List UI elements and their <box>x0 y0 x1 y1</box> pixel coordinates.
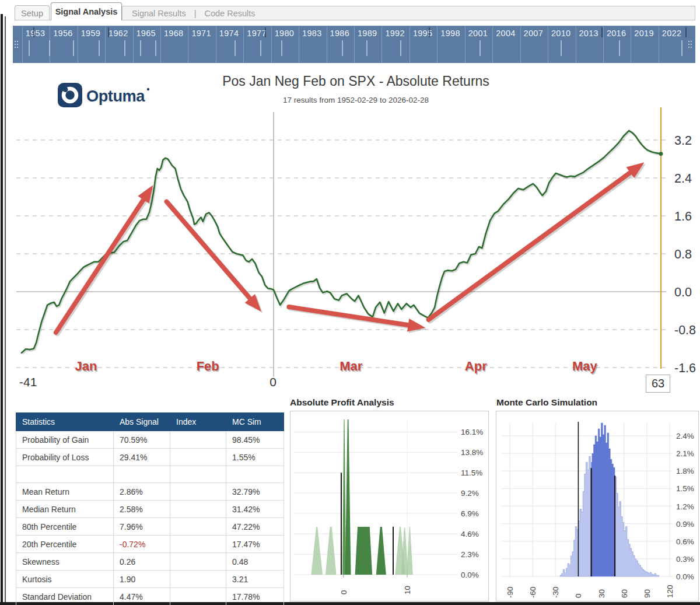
timeline-signal-mark <box>366 40 368 56</box>
page-subtitle: 17 results from 1952-02-29 to 2026-02-28 <box>88 96 624 104</box>
timeline-separator <box>631 26 631 63</box>
timeline-separator <box>160 26 161 63</box>
profit-x-tick-label: 10 <box>403 586 412 594</box>
mc-y-tick-label: 0.3% <box>676 555 694 564</box>
stats-cell: Probability of Loss <box>16 449 114 466</box>
optuma-signal-tester-window: Setup Signal Analysis Signal Results | C… <box>0 0 700 605</box>
timeline-separator <box>354 26 355 63</box>
stats-cell: 17.78% <box>226 588 284 605</box>
timeline-separator <box>133 26 134 63</box>
tab-signal-analysis[interactable]: Signal Analysis <box>51 2 122 20</box>
stats-row: 20th Percentile-0.72%17.47% <box>16 536 284 553</box>
stats-cell <box>170 483 226 501</box>
stats-column-header: Index <box>170 413 226 431</box>
stats-cell: 2.86% <box>114 483 170 501</box>
timeline-separator <box>548 26 548 63</box>
stats-cell: -0.72% <box>114 536 170 553</box>
mc-confidence-band <box>592 423 615 576</box>
mc-y-tick-label: 1.8% <box>676 467 694 475</box>
tab-code-results[interactable]: Code Results <box>204 9 255 18</box>
timeline-separator <box>327 26 327 63</box>
profit-y-tick-label: 6.9% <box>461 509 479 518</box>
timeline-signal-mark <box>681 40 682 56</box>
stats-cell: 2.58% <box>114 501 170 518</box>
timeline-signal-mark <box>260 40 261 56</box>
mc-x-tick-label: 120 <box>666 585 674 598</box>
timeline-signal-mark <box>561 40 562 56</box>
stats-cell: 80th Percentile <box>16 518 114 536</box>
mc-y-tick-label: 0.6% <box>676 537 694 546</box>
mc-x-tick-label: -30 <box>551 586 560 598</box>
stats-cell: 70.59% <box>114 431 170 449</box>
stats-row: Skewness0.260.48 <box>16 553 284 571</box>
absolute-profit-chart: 16.1%13.8%11.5%9.2%6.9%4.6%2.3%0.0%010 <box>290 411 488 601</box>
stats-cell: 31.42% <box>226 501 284 518</box>
month-label-feb: Feb <box>197 359 219 373</box>
tab-signal-results[interactable]: Signal Results <box>132 9 186 18</box>
timeline-separator <box>299 26 299 63</box>
stats-cell: 20th Percentile <box>16 536 114 553</box>
timeline-year-label: 1998 <box>440 29 460 38</box>
timeline-grip-right[interactable] <box>688 41 693 50</box>
stats-cell: Skewness <box>16 553 114 571</box>
stats-cell: 0.26 <box>114 553 170 571</box>
timeline-year-label: 1953 <box>26 29 45 38</box>
x-axis-end-label-box: 63 <box>646 375 670 393</box>
x-axis-zero-label: 0 <box>266 375 280 389</box>
timeline-signal-mark <box>124 40 125 56</box>
profit-y-tick-label: 13.8% <box>461 448 483 457</box>
main-chart-grid: 3.22.41.60.80.0-0.8-1.6 <box>16 134 696 375</box>
stats-cell: Standard Deviation <box>16 588 114 605</box>
timeline-separator <box>105 26 106 63</box>
stats-cell <box>170 553 226 571</box>
profit-distribution-peak <box>342 419 346 575</box>
y-axis-tick-label: 0.0 <box>674 285 692 299</box>
stats-row: Kurtosis1.903.21 <box>16 571 284 588</box>
absolute-profit-panel: 16.1%13.8%11.5%9.2%6.9%4.6%2.3%0.0%010 <box>290 411 489 601</box>
timeline-signal-mark <box>619 40 620 56</box>
mc-x-tick-label: -90 <box>506 586 514 598</box>
window-frame-left-highlight <box>5 16 6 603</box>
mc-y-tick-label: 1.5% <box>676 484 694 493</box>
mc-x-tick-label: 0 <box>574 593 583 598</box>
timeline-year-label: 2019 <box>634 29 653 38</box>
stats-cell: Kurtosis <box>16 571 114 588</box>
timeline-year-label: 1974 <box>219 29 239 38</box>
timeline-separator <box>188 26 188 63</box>
date-range-timeline[interactable]: 1953195619591962196519681971197419771980… <box>13 26 695 63</box>
timeline-signal-mark <box>73 40 74 56</box>
stats-cell <box>170 449 226 466</box>
stats-row: Median Return2.58%31.42% <box>16 501 284 518</box>
timeline-signal-mark <box>281 40 282 56</box>
timeline-separator <box>520 26 521 63</box>
stats-cell: 7.96% <box>114 518 170 536</box>
timeline-year-label: 1956 <box>53 29 72 38</box>
timeline-separator <box>603 26 604 63</box>
stats-column-header: Abs Signal <box>114 413 170 431</box>
signal-returns-chart: 3.22.41.60.80.0-0.8-1.6JanJanFebFebMarMa… <box>12 105 700 397</box>
stats-cell <box>170 571 226 588</box>
timeline-signal-mark-top <box>685 27 687 37</box>
timeline-signal-mark <box>140 40 141 56</box>
line-end-dot <box>659 152 663 156</box>
stats-column-header: MC Sim <box>226 413 284 431</box>
profit-y-tick-label: 4.6% <box>461 530 479 538</box>
stats-row: Standard Deviation4.47%17.78% <box>16 588 284 605</box>
timeline-separator <box>437 26 438 63</box>
timeline-year-label: 1959 <box>81 29 100 38</box>
x-axis-start-label: -41 <box>19 375 37 389</box>
timeline-signal-mark <box>480 40 481 56</box>
timeline-signal-mark <box>235 40 236 56</box>
timeline-separator <box>410 26 410 63</box>
stats-cell: Probability of Gain <box>16 431 114 449</box>
stats-cell <box>170 536 226 553</box>
timeline-year-label: 1989 <box>358 29 377 38</box>
timeline-grip-left[interactable] <box>15 41 19 50</box>
stats-cell: 47.22% <box>226 518 284 536</box>
mc-y-tick-label: 2.1% <box>676 449 694 458</box>
profit-y-tick-label: 16.1% <box>461 428 483 436</box>
profit-y-tick-label: 9.2% <box>461 489 479 498</box>
timeline-separator <box>465 26 466 63</box>
tab-setup[interactable]: Setup <box>15 5 50 20</box>
y-axis-tick-label: -0.8 <box>674 323 696 337</box>
